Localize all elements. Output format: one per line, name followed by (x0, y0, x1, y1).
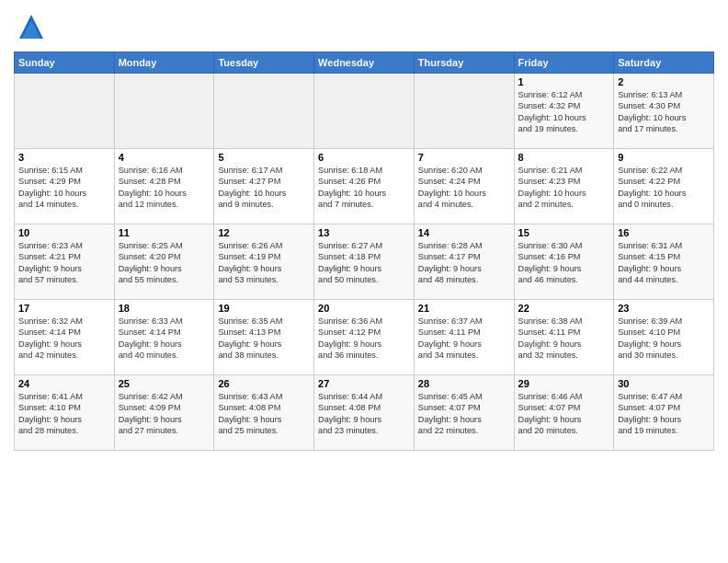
day-info: Sunrise: 6:18 AM Sunset: 4:26 PM Dayligh… (318, 165, 410, 211)
day-info: Sunrise: 6:27 AM Sunset: 4:18 PM Dayligh… (318, 240, 410, 286)
day-number: 3 (18, 152, 110, 163)
day-number: 24 (18, 378, 110, 389)
day-cell: 9Sunrise: 6:22 AM Sunset: 4:22 PM Daylig… (614, 149, 714, 224)
day-info: Sunrise: 6:13 AM Sunset: 4:30 PM Dayligh… (618, 89, 710, 135)
col-header-wednesday: Wednesday (314, 52, 415, 74)
day-info: Sunrise: 6:12 AM Sunset: 4:32 PM Dayligh… (518, 89, 610, 135)
day-cell: 3Sunrise: 6:15 AM Sunset: 4:29 PM Daylig… (15, 149, 115, 224)
day-info: Sunrise: 6:23 AM Sunset: 4:21 PM Dayligh… (18, 240, 110, 286)
day-number: 2 (618, 76, 710, 87)
day-number: 22 (518, 303, 610, 314)
day-cell (314, 74, 415, 149)
day-cell: 4Sunrise: 6:16 AM Sunset: 4:28 PM Daylig… (114, 149, 214, 224)
day-cell: 13Sunrise: 6:27 AM Sunset: 4:18 PM Dayli… (314, 224, 415, 300)
day-info: Sunrise: 6:35 AM Sunset: 4:13 PM Dayligh… (218, 316, 310, 362)
day-cell: 16Sunrise: 6:31 AM Sunset: 4:15 PM Dayli… (614, 224, 714, 300)
day-cell: 12Sunrise: 6:26 AM Sunset: 4:19 PM Dayli… (214, 224, 314, 300)
header-row: SundayMondayTuesdayWednesdayThursdayFrid… (15, 52, 714, 74)
day-info: Sunrise: 6:47 AM Sunset: 4:07 PM Dayligh… (618, 391, 710, 437)
col-header-friday: Friday (514, 52, 614, 74)
day-cell: 7Sunrise: 6:20 AM Sunset: 4:24 PM Daylig… (414, 149, 514, 224)
day-number: 9 (618, 152, 710, 163)
calendar-table: SundayMondayTuesdayWednesdayThursdayFrid… (14, 52, 714, 451)
col-header-sunday: Sunday (15, 52, 115, 74)
week-row-4: 17Sunrise: 6:32 AM Sunset: 4:14 PM Dayli… (15, 300, 714, 375)
day-info: Sunrise: 6:37 AM Sunset: 4:11 PM Dayligh… (418, 316, 510, 362)
day-cell: 24Sunrise: 6:41 AM Sunset: 4:10 PM Dayli… (15, 375, 115, 451)
day-cell: 30Sunrise: 6:47 AM Sunset: 4:07 PM Dayli… (614, 375, 714, 451)
day-number: 28 (418, 378, 510, 389)
day-cell: 11Sunrise: 6:25 AM Sunset: 4:20 PM Dayli… (114, 224, 214, 300)
day-number: 12 (218, 227, 310, 238)
day-info: Sunrise: 6:26 AM Sunset: 4:19 PM Dayligh… (218, 240, 310, 286)
day-number: 29 (518, 378, 610, 389)
day-info: Sunrise: 6:21 AM Sunset: 4:23 PM Dayligh… (518, 165, 610, 211)
week-row-2: 3Sunrise: 6:15 AM Sunset: 4:29 PM Daylig… (15, 149, 714, 224)
day-info: Sunrise: 6:44 AM Sunset: 4:08 PM Dayligh… (318, 391, 410, 437)
day-number: 30 (618, 378, 710, 389)
day-number: 10 (18, 227, 110, 238)
day-info: Sunrise: 6:32 AM Sunset: 4:14 PM Dayligh… (18, 316, 110, 362)
day-cell (214, 74, 314, 149)
day-number: 14 (418, 227, 510, 238)
day-cell (15, 74, 115, 149)
day-number: 23 (618, 303, 710, 314)
day-info: Sunrise: 6:42 AM Sunset: 4:09 PM Dayligh… (119, 391, 210, 437)
day-number: 8 (518, 152, 610, 163)
day-number: 6 (318, 152, 410, 163)
day-number: 27 (318, 378, 410, 389)
day-info: Sunrise: 6:17 AM Sunset: 4:27 PM Dayligh… (218, 165, 310, 211)
day-number: 19 (218, 303, 310, 314)
logo (14, 13, 45, 44)
day-info: Sunrise: 6:33 AM Sunset: 4:14 PM Dayligh… (119, 316, 210, 362)
day-number: 20 (318, 303, 410, 314)
day-cell: 29Sunrise: 6:46 AM Sunset: 4:07 PM Dayli… (514, 375, 614, 451)
day-number: 1 (518, 76, 610, 87)
day-number: 26 (218, 378, 310, 389)
day-info: Sunrise: 6:22 AM Sunset: 4:22 PM Dayligh… (618, 165, 710, 211)
day-cell: 5Sunrise: 6:17 AM Sunset: 4:27 PM Daylig… (214, 149, 314, 224)
day-info: Sunrise: 6:43 AM Sunset: 4:08 PM Dayligh… (218, 391, 310, 437)
day-info: Sunrise: 6:28 AM Sunset: 4:17 PM Dayligh… (418, 240, 510, 286)
day-cell: 21Sunrise: 6:37 AM Sunset: 4:11 PM Dayli… (414, 300, 514, 375)
week-row-1: 1Sunrise: 6:12 AM Sunset: 4:32 PM Daylig… (15, 74, 714, 149)
day-number: 16 (618, 227, 710, 238)
day-number: 21 (418, 303, 510, 314)
day-info: Sunrise: 6:38 AM Sunset: 4:11 PM Dayligh… (518, 316, 610, 362)
day-cell (414, 74, 514, 149)
day-info: Sunrise: 6:15 AM Sunset: 4:29 PM Dayligh… (18, 165, 110, 211)
header (14, 9, 714, 44)
day-info: Sunrise: 6:36 AM Sunset: 4:12 PM Dayligh… (318, 316, 410, 362)
day-cell: 17Sunrise: 6:32 AM Sunset: 4:14 PM Dayli… (15, 300, 115, 375)
day-number: 15 (518, 227, 610, 238)
day-number: 5 (218, 152, 310, 163)
day-info: Sunrise: 6:20 AM Sunset: 4:24 PM Dayligh… (418, 165, 510, 211)
logo-icon (17, 13, 45, 44)
day-number: 11 (119, 227, 210, 238)
day-info: Sunrise: 6:41 AM Sunset: 4:10 PM Dayligh… (18, 391, 110, 437)
day-info: Sunrise: 6:31 AM Sunset: 4:15 PM Dayligh… (618, 240, 710, 286)
col-header-monday: Monday (114, 52, 214, 74)
day-cell: 8Sunrise: 6:21 AM Sunset: 4:23 PM Daylig… (514, 149, 614, 224)
day-cell: 19Sunrise: 6:35 AM Sunset: 4:13 PM Dayli… (214, 300, 314, 375)
day-cell (114, 74, 214, 149)
day-cell: 1Sunrise: 6:12 AM Sunset: 4:32 PM Daylig… (514, 74, 614, 149)
day-number: 4 (119, 152, 210, 163)
day-cell: 10Sunrise: 6:23 AM Sunset: 4:21 PM Dayli… (15, 224, 115, 300)
day-cell: 14Sunrise: 6:28 AM Sunset: 4:17 PM Dayli… (414, 224, 514, 300)
week-row-5: 24Sunrise: 6:41 AM Sunset: 4:10 PM Dayli… (15, 375, 714, 451)
day-cell: 25Sunrise: 6:42 AM Sunset: 4:09 PM Dayli… (114, 375, 214, 451)
day-cell: 6Sunrise: 6:18 AM Sunset: 4:26 PM Daylig… (314, 149, 415, 224)
col-header-thursday: Thursday (414, 52, 514, 74)
day-info: Sunrise: 6:39 AM Sunset: 4:10 PM Dayligh… (618, 316, 710, 362)
day-info: Sunrise: 6:30 AM Sunset: 4:16 PM Dayligh… (518, 240, 610, 286)
day-number: 13 (318, 227, 410, 238)
day-info: Sunrise: 6:25 AM Sunset: 4:20 PM Dayligh… (119, 240, 210, 286)
day-cell: 22Sunrise: 6:38 AM Sunset: 4:11 PM Dayli… (514, 300, 614, 375)
day-cell: 15Sunrise: 6:30 AM Sunset: 4:16 PM Dayli… (514, 224, 614, 300)
day-number: 17 (18, 303, 110, 314)
col-header-tuesday: Tuesday (214, 52, 314, 74)
day-info: Sunrise: 6:46 AM Sunset: 4:07 PM Dayligh… (518, 391, 610, 437)
day-cell: 26Sunrise: 6:43 AM Sunset: 4:08 PM Dayli… (214, 375, 314, 451)
day-cell: 28Sunrise: 6:45 AM Sunset: 4:07 PM Dayli… (414, 375, 514, 451)
